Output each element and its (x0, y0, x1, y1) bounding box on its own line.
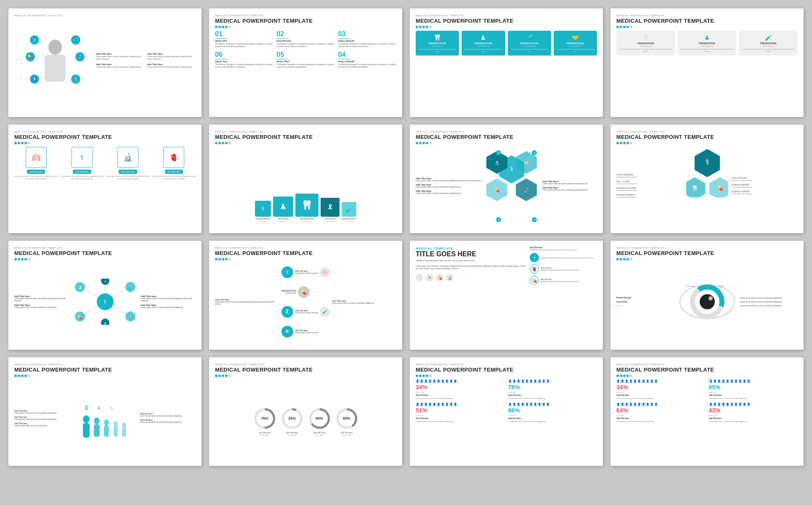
block-col-1: ⚕ PRESENTATIONLorem ipsum (255, 201, 271, 222)
eye-labels-right: Lorem ipsum dolor sit amet consectetur a… (740, 297, 798, 307)
svg-text:🫁: 🫁 (524, 160, 529, 165)
slide-5-title: MEDICAL POWERPOINT TEMPLATE (14, 134, 196, 140)
stat-78: 👤👤👤👤👤👤👤👤 👤👤 78% 5,645 uote Add Title Her… (508, 380, 597, 399)
numbered-grid: 01 About This The Medical Template is a … (215, 31, 396, 69)
progress-75: 75% Add Title HereLorem ipsum (253, 407, 276, 436)
network-layout: Add Title HereLorem ipsum dolor sit amet… (14, 263, 196, 340)
svg-point-50 (94, 417, 100, 424)
num-item-6: 06 About This The Medical Template is a … (215, 51, 273, 69)
slide-4: MEDICAL POWERPOINT TEMPLATE MEDICAL POWE… (610, 8, 804, 117)
svg-text:⚕: ⚕ (104, 280, 106, 284)
svg-text:🧪: 🧪 (128, 285, 133, 290)
dot-3 (222, 26, 224, 28)
slide-12-label: MEDICAL POWERPOINT TEMPLATE (616, 247, 798, 249)
card-3: 🧪 PRESENTATION Lorem ipsum sit Lorem ips… (508, 31, 551, 56)
organ-heart: 🫀 Add Title Here Lorem ipsum dolor sit a… (152, 147, 196, 180)
icon-top-right: 🩺 (71, 35, 80, 45)
stat2-85: 👤👤👤👤👤👤👤👤👤 👤 85% 8,305 note Add Title Her… (709, 380, 798, 399)
slide-grid: MEDICAL POWERPOINT TEMPLATE ⚕ 🩺 💊 🧬 ♿ (8, 8, 804, 466)
gray-card-3: 🧪 PRESENTATION Lorem ipsum sit Lorem ips… (739, 31, 798, 56)
hex8-text-right: Yellow NoteLorem ipsum dolor sit amet Sc… (732, 147, 798, 224)
stat2-64: 👤👤👤👤👤👤 👤👤👤👤 64% 5,108 note Add Title Her… (616, 403, 706, 423)
svg-text:🔬: 🔬 (494, 160, 500, 165)
svg-text:⚕: ⚕ (705, 157, 709, 167)
num-item-4: 04 Keep a Result? The Medical Template i… (338, 51, 396, 69)
hex-layout: Add Title HereLorem ipsum dolor sit amet… (416, 147, 597, 224)
slide-4-dots (616, 26, 798, 28)
progress-90: 90% Add Title HereLorem ipsum (308, 407, 331, 436)
slide-2-label: MEDICAL POWERPOINT TEMPLATE (215, 14, 396, 17)
slide-3-title: MEDICAL POWERPOINT TEMPLATE (416, 18, 597, 24)
slide-14-dots (215, 375, 396, 377)
slide-8: MEDICAL POWERPOINT TEMPLATE MEDICAL POWE… (610, 125, 804, 233)
mixed-teal-title: MEDICAL TEMPLATE (416, 247, 526, 250)
organ-row: 🫁 Add Title Here Lorem ipsum dolor sit a… (14, 147, 196, 180)
tooth-icon: 🦷 (434, 34, 441, 41)
icon-mid-left: 💊 (26, 52, 35, 61)
dot-2 (218, 26, 221, 28)
block-5: 🧪 (342, 202, 356, 217)
organ-lungs: 🫁 Add Title Here Lorem ipsum dolor sit a… (14, 147, 58, 180)
svg-rect-1 (45, 55, 66, 82)
icon-text-2: Add Title Here Lorem ipsum dolor sit ame… (147, 53, 196, 61)
circle-90: 90% (308, 407, 331, 430)
stat-51: 👤👤👤👤👤 👤👤👤👤👤 51% 3,220 note Add Title Her… (416, 403, 505, 423)
mixed-left: MEDICAL TEMPLATE TITLE GOES HERE Suitabl… (416, 247, 530, 345)
svg-text:🦷: 🦷 (691, 185, 698, 191)
svg-text:5: 5 (110, 406, 113, 411)
icons-right: Add Title Here Lorem ipsum dolor sit ame… (96, 53, 196, 69)
slide-16-dots (616, 375, 798, 377)
conn-row-3: 🎗 Add Title HereLorem ipsum dolor sit am… (281, 306, 329, 318)
puzzle-icon: ♟ (480, 34, 486, 41)
conn-row-2: PRESENTATIONLorem ipsum 💊 (281, 286, 329, 298)
hex8-svg: ⚕ 🦷 💊 (686, 147, 728, 197)
slide-5-dots (14, 142, 196, 144)
kidneys-icon: ⚕ (72, 147, 93, 168)
slide-3-dots (416, 26, 597, 28)
block-1: ⚕ (255, 201, 271, 217)
icon-text-1: Add Title Here Lorem ipsum dolor sit ame… (96, 53, 145, 61)
icon-text-3: Add Title Here Lorem ipsum dolor sit ame… (96, 63, 145, 69)
slide-13-title: MEDICAL POWERPOINT TEMPLATE (14, 367, 196, 373)
gray-card-1: 🦷 PRESENTATION Lorem ipsum sit Lorem ips… (616, 31, 675, 56)
svg-point-41 (700, 294, 715, 309)
circle-65: 65% (335, 407, 358, 430)
slide-2-dots (215, 26, 396, 28)
connected-layout: Add Title HereLorem ipsum dolor sit amet… (215, 263, 396, 340)
eye-donut: Efficiency Cluster (678, 281, 737, 323)
conn-row-4: 👁 Add Title HereLorem ipsum dolor sit am… (281, 326, 329, 338)
icon-bot-right: 🔬 (71, 74, 80, 84)
card-row-3: 🦷 PRESENTATION Lorem ipsum sit Lorem ips… (416, 31, 597, 56)
progress-65: 65% Add Title HereLorem ipsum (335, 407, 358, 436)
slide-8-dots (616, 142, 798, 144)
svg-text:Cluster: Cluster (718, 285, 724, 287)
slide-9-title: MEDICAL POWERPOINT TEMPLATE (14, 250, 196, 256)
slide-6-dots (215, 142, 396, 144)
svg-text:🧬: 🧬 (524, 187, 529, 193)
svg-text:⚕: ⚕ (103, 298, 107, 305)
slide-9: MEDICAL POWERPOINT TEMPLATE MEDICAL POWE… (8, 241, 202, 349)
gray-card-2: ♟ PRESENTATION Lorem ipsum sit Lorem ips… (678, 31, 737, 56)
slide-4-label: MEDICAL POWERPOINT TEMPLATE (616, 14, 798, 17)
mixed-layout: MEDICAL TEMPLATE TITLE GOES HERE Suitabl… (416, 247, 597, 345)
icon-text-4: Add Title Here Lorem ipsum dolor sit ame… (147, 63, 196, 69)
slide-8-label: MEDICAL POWERPOINT TEMPLATE (616, 130, 798, 133)
slide-13: MEDICAL POWERPOINT TEMPLATE MEDICAL POWE… (8, 357, 202, 466)
conn-circles: ⚕ Add Title HereLorem ipsum dolor sit am… (281, 263, 329, 340)
stat2-34: 👤👤👤👤 👤👤👤👤👤👤 34% 2,415 note Add Title Her… (616, 380, 706, 399)
eye-layout: Protect Design Good Prize • • • • • Effi… (616, 263, 798, 340)
slide-12-title: MEDICAL POWERPOINT TEMPLATE (616, 250, 798, 256)
doctor-svg (40, 40, 70, 82)
circle-32: 32% (281, 407, 304, 430)
slide-1-label: MEDICAL POWERPOINT TEMPLATE (14, 14, 196, 17)
slide-4-title: MEDICAL POWERPOINT TEMPLATE (616, 18, 798, 24)
icon-top-left: ⚕ (30, 35, 39, 45)
slide-9-label: MEDICAL POWERPOINT TEMPLATE (14, 247, 196, 249)
hand-icon: 🤝 (572, 34, 579, 41)
num-item-3: 03 Keep a Result? The Medical Template i… (338, 31, 396, 48)
teal-blocks-container: ⚕ PRESENTATIONLorem ipsum ♟ INCLUSIONLor… (215, 147, 396, 224)
svg-point-42 (709, 296, 713, 300)
sil-right-text: Add Title HereLorem ipsum dolor sit amet… (140, 413, 196, 423)
svg-point-54 (114, 421, 118, 426)
icon-row: 🦷 ⚕ 💊 🔬 (416, 274, 526, 282)
